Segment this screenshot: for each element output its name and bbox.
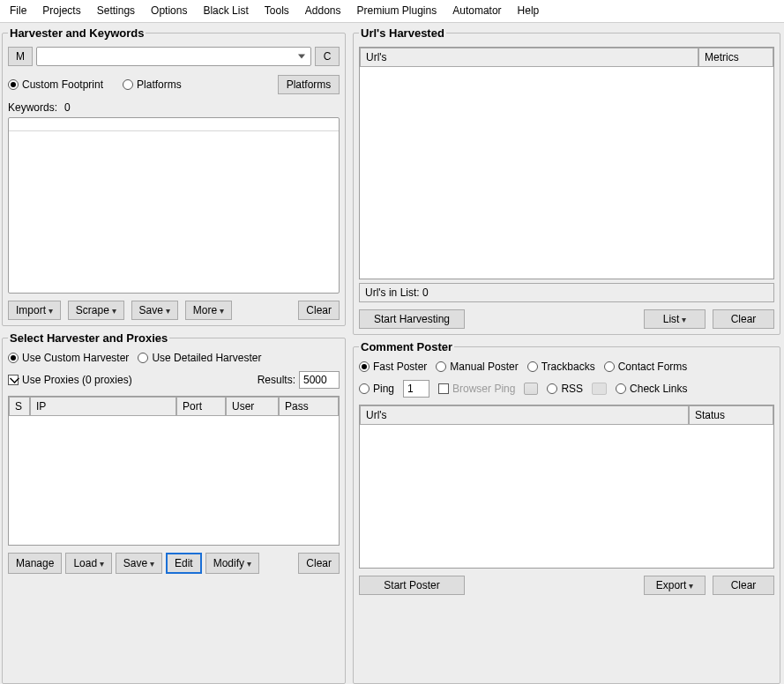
panel-urls-harvested: Url's Harvested Url's Metrics Url's in L… — [353, 26, 780, 335]
col-ip[interactable]: IP — [30, 397, 176, 416]
export-button[interactable]: Export — [644, 576, 706, 595]
radio-dot-icon — [604, 361, 615, 372]
save-proxies-button[interactable]: Save — [116, 553, 162, 574]
clear-poster-button[interactable]: Clear — [713, 576, 774, 595]
radio-contact-forms[interactable]: Contact Forms — [604, 361, 688, 373]
menu-addons[interactable]: Addons — [297, 3, 349, 19]
radio-label: Contact Forms — [618, 361, 688, 373]
menu-help[interactable]: Help — [510, 3, 548, 19]
radio-dot-icon — [359, 361, 370, 372]
menu-file[interactable]: File — [2, 3, 34, 19]
list-button[interactable]: List — [644, 309, 706, 329]
radio-dot-icon — [616, 383, 626, 394]
radio-trackbacks[interactable]: Trackbacks — [527, 361, 595, 373]
checkbox-icon — [8, 375, 19, 385]
proxy-table-body[interactable] — [9, 416, 339, 545]
radio-label: Ping — [373, 383, 394, 395]
import-button[interactable]: Import — [8, 301, 61, 320]
radio-label: RSS — [561, 383, 583, 395]
start-harvesting-button[interactable]: Start Harvesting — [359, 309, 465, 329]
menu-projects[interactable]: Projects — [34, 3, 88, 19]
menu-tools[interactable]: Tools — [257, 3, 297, 19]
radio-custom-footprint[interactable]: Custom Footprint — [8, 78, 103, 91]
radio-dot-icon — [123, 79, 133, 90]
modify-button[interactable]: Modify — [205, 553, 259, 574]
col-metrics[interactable]: Metrics — [698, 48, 773, 67]
col-poster-urls[interactable]: Url's — [360, 405, 689, 425]
legend-harvester: Harvester and Keywords — [8, 26, 146, 40]
radio-label: Check Links — [630, 383, 687, 395]
radio-dot-icon — [436, 361, 446, 372]
platforms-button[interactable]: Platforms — [278, 75, 340, 94]
checkbox-label: Use Proxies (0 proxies) — [22, 374, 132, 386]
manage-button[interactable]: Manage — [8, 553, 62, 574]
radio-check-links[interactable]: Check Links — [616, 383, 687, 395]
poster-table-body[interactable] — [360, 425, 773, 568]
menu-blacklist[interactable]: Black List — [195, 3, 256, 19]
radio-label: Custom Footprint — [22, 78, 103, 91]
checkbox-use-proxies[interactable]: Use Proxies (0 proxies) — [8, 374, 132, 386]
radio-use-custom-harvester[interactable]: Use Custom Harvester — [8, 352, 129, 364]
radio-label: Manual Poster — [450, 361, 518, 373]
radio-dot-icon — [527, 361, 538, 372]
legend-comment-poster: Comment Poster — [359, 340, 454, 353]
radio-ping[interactable]: Ping — [359, 383, 394, 395]
radio-dot-icon — [138, 353, 148, 363]
radio-fast-poster[interactable]: Fast Poster — [359, 361, 427, 373]
radio-rss[interactable]: RSS — [547, 383, 583, 395]
col-pass[interactable]: Pass — [279, 397, 339, 416]
divider — [9, 130, 339, 131]
radio-dot-icon — [547, 383, 557, 394]
load-button[interactable]: Load — [65, 553, 111, 574]
col-urls[interactable]: Url's — [360, 48, 698, 67]
radio-dot-icon — [359, 383, 370, 394]
menu-options[interactable]: Options — [143, 3, 195, 19]
radio-label: Use Custom Harvester — [22, 352, 129, 364]
menu-automator[interactable]: Automator — [444, 3, 509, 19]
clear-keywords-button[interactable]: Clear — [298, 301, 340, 320]
footprint-combo[interactable] — [36, 47, 311, 66]
legend-urls-harvested: Url's Harvested — [359, 26, 446, 40]
edit-button[interactable]: Edit — [166, 553, 202, 574]
checkbox-label: Browser Ping — [452, 383, 515, 395]
radio-platforms[interactable]: Platforms — [123, 78, 182, 91]
keywords-label: Keywords: — [8, 101, 57, 114]
results-label: Results: — [258, 374, 295, 386]
clear-proxies-button[interactable]: Clear — [298, 553, 340, 574]
radio-dot-icon — [8, 353, 19, 363]
panel-comment-poster: Comment Poster Fast Poster Manual Poster… — [353, 340, 780, 684]
checkbox-browser-ping: Browser Ping — [438, 383, 515, 395]
col-s[interactable]: S — [9, 397, 30, 416]
more-button[interactable]: More — [185, 301, 232, 320]
legend-select-harvester: Select Harvester and Proxies — [8, 331, 169, 345]
menu-premium-plugins[interactable]: Premium Plugins — [349, 3, 445, 19]
radio-use-detailed-harvester[interactable]: Use Detailed Harvester — [138, 352, 261, 364]
proxy-table: S IP Port User Pass — [8, 396, 340, 546]
menu-settings[interactable]: Settings — [89, 3, 143, 19]
col-port[interactable]: Port — [176, 397, 226, 416]
start-poster-button[interactable]: Start Poster — [359, 576, 465, 595]
urls-in-list-status: Url's in List: 0 — [359, 283, 774, 302]
save-button[interactable]: Save — [131, 301, 178, 320]
ping-input[interactable] — [403, 380, 429, 398]
clear-urls-button[interactable]: Clear — [713, 309, 774, 329]
radio-label: Use Detailed Harvester — [152, 352, 261, 364]
urls-table-body[interactable] — [360, 67, 773, 279]
rss-icon[interactable] — [592, 383, 607, 395]
scrape-button[interactable]: Scrape — [68, 301, 124, 320]
checkbox-icon — [438, 383, 449, 394]
col-poster-status[interactable]: Status — [689, 405, 773, 425]
keywords-list[interactable] — [8, 117, 340, 294]
radio-dot-icon — [8, 79, 19, 90]
results-input[interactable] — [299, 371, 340, 389]
menubar: File Projects Settings Options Black Lis… — [0, 0, 784, 23]
radio-label: Fast Poster — [373, 361, 427, 373]
c-button[interactable]: C — [315, 47, 340, 66]
panel-harvester-keywords: Harvester and Keywords M C Custom Footpr… — [2, 26, 346, 326]
m-button[interactable]: M — [8, 47, 33, 66]
col-user[interactable]: User — [226, 397, 279, 416]
radio-manual-poster[interactable]: Manual Poster — [436, 361, 518, 373]
calendar-icon[interactable] — [524, 383, 538, 395]
panel-select-harvester-proxies: Select Harvester and Proxies Use Custom … — [2, 331, 346, 684]
radio-label: Platforms — [137, 78, 182, 91]
